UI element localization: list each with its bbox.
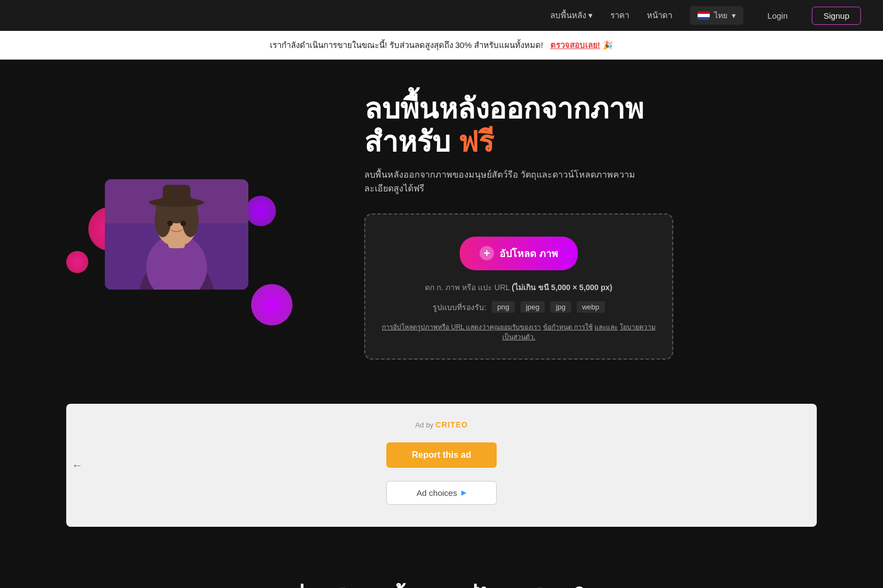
hero-title: ลบพื้นหลังออกจากภาพ สำหรับ ฟรี (364, 93, 795, 159)
announcement-bar: เรากำลังดำเนินการขายในขณะนี้! รับส่วนลดส… (0, 31, 883, 60)
ad-back-button[interactable]: ← (72, 459, 83, 472)
nav-background[interactable]: ลบพื้นหลัง ▾ (550, 9, 593, 22)
hero-content: ลบพื้นหลังออกจากภาพ สำหรับ ฟรี ลบพื้นหลั… (364, 93, 795, 360)
hero-image-area (55, 163, 320, 290)
upload-hint: ดก ก. ภาพ หรือ แปะ URL (ไม่เกิน ขนี 5,00… (382, 281, 656, 293)
announcement-emoji: 🎉 (603, 40, 613, 50)
format-badge-png: png (492, 301, 515, 313)
bottom-section: เครื่องมือลบพื้นหลังที่ไม่เหมือนใคร (0, 549, 883, 588)
svg-point-11 (167, 221, 173, 226)
svg-point-7 (155, 204, 171, 237)
nav-pricing[interactable]: ราคา (610, 9, 629, 22)
announcement-text: เรากำลังดำเนินการขายในขณะนี้! รับส่วนลดส… (270, 40, 543, 50)
upload-button[interactable]: + อัปโหลด ภาพ (460, 237, 578, 270)
format-badge-jpeg: jpeg (520, 301, 545, 313)
upload-formats: รูปแบบที่รองรับ: png jpeg jpg webp (382, 301, 656, 313)
ad-report-button[interactable]: Report this ad (386, 442, 497, 468)
nav-foreground[interactable]: หน้าดา (647, 9, 672, 22)
svg-point-8 (182, 204, 199, 237)
ad-choices-button[interactable]: Ad choices ▶ (386, 481, 497, 505)
hero-image-frame (105, 179, 248, 290)
svg-rect-10 (163, 185, 190, 204)
signup-button[interactable]: Signup (812, 7, 861, 25)
upload-box: + อัปโหลด ภาพ ดก ก. ภาพ หรือ แปะ URL (ไม… (364, 213, 673, 360)
format-badge-webp: webp (577, 301, 605, 313)
ad-section: ← Ad by CRITEO Report this ad Ad choices… (66, 404, 817, 527)
decor-circle-purple-large (251, 284, 292, 325)
lang-label: ไทย (714, 9, 727, 22)
ad-header: Ad by CRITEO (88, 420, 795, 429)
login-button[interactable]: Login (761, 8, 795, 24)
navbar: ลบพื้นหลัง ▾ ราคา หน้าดา ไทย ▾ Login Sig… (0, 0, 883, 31)
flag-icon (698, 11, 710, 20)
language-selector[interactable]: ไทย ▾ (690, 6, 743, 25)
svg-point-12 (180, 221, 186, 226)
upload-tos: การอัปโหลดรูปภาพหรือ URL แสดงว่าคุณยอมรั… (382, 322, 656, 342)
bottom-title: เครื่องมือลบพื้นหลังที่ไม่เหมือนใคร (55, 582, 828, 588)
hero-section: ลบพื้นหลังออกจากภาพ สำหรับ ฟรี ลบพื้นหลั… (0, 60, 883, 393)
chevron-down-icon: ▾ (588, 10, 593, 20)
announcement-cta[interactable]: ตรวจสอบเลย! (550, 40, 600, 50)
ad-choices-icon: ▶ (461, 489, 466, 496)
hero-subtitle: ลบพื้นหลังออกจากภาพของมนุษย์สัตว์รีอ วัต… (364, 168, 651, 196)
hero-image-svg (105, 179, 248, 290)
chevron-down-icon: ▾ (732, 11, 736, 20)
format-badge-jpg: jpg (550, 301, 571, 313)
decor-circle-purple-small (246, 196, 276, 226)
plus-icon: + (480, 246, 494, 260)
decor-circle-pink-small (66, 251, 88, 273)
